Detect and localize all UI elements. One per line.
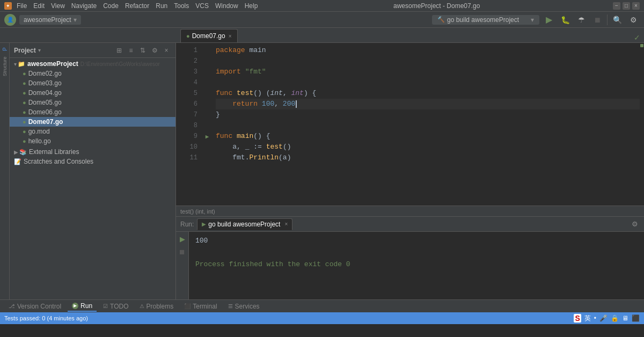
code-line-7: } bbox=[216, 109, 640, 120]
run-config-icon: 🔨 bbox=[437, 16, 445, 23]
run-tab-close-icon[interactable]: × bbox=[284, 221, 288, 227]
terminal-icon: ⬛ bbox=[184, 303, 191, 309]
run-tab-bottom-label: Run bbox=[80, 302, 92, 310]
stop-run-button[interactable]: ⏹ bbox=[178, 247, 187, 257]
terminal-status-icon: ⬛ bbox=[632, 314, 640, 322]
tab-todo[interactable]: ☑ TODO bbox=[99, 302, 133, 311]
tab-close-icon[interactable]: × bbox=[229, 33, 232, 39]
tree-item[interactable]: ● Dome05.go bbox=[10, 98, 175, 107]
rerun-button[interactable]: ▶ bbox=[178, 234, 187, 244]
run-config-selector[interactable]: 🔨 go build awesomeProject ▾ bbox=[432, 15, 539, 25]
ok-indicator bbox=[640, 44, 643, 47]
external-libraries[interactable]: ▶ 📚 External Libraries bbox=[10, 147, 175, 157]
code-line-1: package main bbox=[216, 45, 640, 56]
tree-item-selected[interactable]: ● Dome07.go bbox=[10, 117, 175, 127]
debug-button[interactable]: 🐛 bbox=[559, 13, 572, 26]
scratches-consoles[interactable]: 📝 Scratches and Consoles bbox=[10, 157, 175, 166]
file-label: go.mod bbox=[28, 128, 50, 135]
panel-collapse-all-icon[interactable]: ≡ bbox=[126, 46, 136, 55]
code-line-5: func test() (int, int) { bbox=[216, 88, 640, 99]
menu-edit[interactable]: Edit bbox=[31, 1, 47, 11]
scratch-icon: 📝 bbox=[14, 158, 21, 165]
panel-layout-icon[interactable]: ⊞ bbox=[114, 46, 124, 55]
tab-terminal[interactable]: ⬛ Terminal bbox=[180, 302, 221, 311]
main-toolbar: 👤 awesomeProject ▾ 🔨 go build awesomePro… bbox=[0, 12, 644, 28]
panel-sort-icon[interactable]: ⇅ bbox=[138, 46, 148, 55]
run-settings-icon[interactable]: ⚙ bbox=[630, 219, 640, 229]
status-hint: test() (int, int) bbox=[180, 208, 215, 215]
tree-item[interactable]: ● go.mod bbox=[10, 127, 175, 136]
user-profile[interactable]: 👤 bbox=[4, 14, 16, 26]
monitor-icon: 🖥 bbox=[622, 314, 628, 322]
services-icon: ☰ bbox=[228, 303, 233, 309]
root-arrow-icon: ▾ bbox=[14, 61, 17, 67]
tab-run[interactable]: ▶ Run bbox=[68, 301, 97, 312]
minimize-button[interactable]: − bbox=[613, 2, 620, 10]
code-line-4 bbox=[216, 77, 640, 88]
tab-problems[interactable]: ⚠ Problems bbox=[135, 302, 178, 311]
maximize-button[interactable]: □ bbox=[623, 2, 630, 10]
run-icon: ▶ bbox=[72, 303, 78, 309]
run-button[interactable]: ▶ bbox=[543, 13, 555, 26]
menu-tools[interactable]: Tools bbox=[171, 1, 192, 11]
run-output: 100 Process finished with the exit code … bbox=[189, 232, 644, 299]
tab-label: Dome07.go bbox=[192, 32, 225, 40]
tree-item[interactable]: ● hello.go bbox=[10, 136, 175, 146]
bottom-tabs-bar: ⎇ Version Control ▶ Run ☑ TODO ⚠ Problem… bbox=[0, 299, 644, 312]
panel-dropdown-icon[interactable]: ▾ bbox=[38, 47, 41, 53]
menu-run[interactable]: Run bbox=[153, 1, 170, 11]
menu-file[interactable]: File bbox=[14, 1, 30, 11]
tree-item[interactable]: ● Dome04.go bbox=[10, 88, 175, 98]
menu-code[interactable]: Code bbox=[100, 1, 121, 11]
menu-navigate[interactable]: Navigate bbox=[69, 1, 99, 11]
terminal-label: Terminal bbox=[193, 303, 217, 310]
version-control-label: Version Control bbox=[17, 303, 61, 310]
menu-help[interactable]: Help bbox=[242, 1, 261, 11]
stop-button[interactable]: ⏹ bbox=[591, 13, 604, 26]
run-panel-header: Run: ▶ go build awesomeProject × ⚙ bbox=[176, 217, 644, 232]
project-selector[interactable]: awesomeProject ▾ bbox=[19, 15, 81, 25]
menu-window[interactable]: Window bbox=[213, 1, 241, 11]
run-tab-active[interactable]: ▶ go build awesomeProject × bbox=[197, 218, 292, 230]
todo-label: TODO bbox=[110, 303, 128, 310]
tree-root[interactable]: ▾ 📁 awesomeProject D:\Environment\GoWork… bbox=[10, 59, 175, 69]
code-content[interactable]: package main import "fmt" func test() (i… bbox=[211, 43, 640, 206]
search-button[interactable]: 🔍 bbox=[611, 13, 624, 26]
idea-icon: S bbox=[574, 314, 581, 323]
services-label: Services bbox=[235, 303, 260, 310]
go-icon: ● bbox=[23, 119, 26, 125]
file-label: Dome03.go bbox=[28, 79, 62, 87]
tree-item[interactable]: ● Dome03.go bbox=[10, 78, 175, 88]
right-gutter bbox=[640, 43, 644, 206]
project-view-icon[interactable]: P bbox=[1, 45, 9, 54]
menu-vcs[interactable]: VCS bbox=[193, 1, 211, 11]
root-path: D:\Environment\GoWorks\awesor bbox=[80, 61, 160, 67]
project-name: awesomeProject bbox=[24, 16, 71, 24]
editor-tab-dome07[interactable]: ● Dome07.go × bbox=[180, 29, 238, 42]
run-panel: Run: ▶ go build awesomeProject × ⚙ ▶ ⏹ bbox=[176, 216, 644, 299]
code-editor: 12345 67891011 ▶ package main bbox=[176, 43, 644, 206]
file-label: hello.go bbox=[28, 137, 51, 145]
coverage-button[interactable]: ☂ bbox=[575, 13, 588, 26]
go-icon: ● bbox=[23, 99, 26, 106]
close-button[interactable]: × bbox=[632, 2, 640, 10]
go-icon: ● bbox=[23, 138, 26, 144]
settings-button[interactable]: ⚙ bbox=[627, 13, 640, 26]
problems-icon: ⚠ bbox=[140, 303, 144, 309]
file-label: Dome05.go bbox=[28, 99, 62, 106]
go-icon: ● bbox=[23, 70, 26, 77]
run-arrow-icon[interactable]: ▶ bbox=[203, 131, 211, 142]
tab-services[interactable]: ☰ Services bbox=[224, 302, 264, 311]
tree-item[interactable]: ● Dome02.go bbox=[10, 69, 175, 78]
run-tab-label: go build awesomeProject bbox=[208, 221, 280, 228]
tab-version-control[interactable]: ⎇ Version Control bbox=[4, 302, 65, 311]
structure-icon[interactable]: Structure bbox=[1, 56, 9, 77]
panel-title: Project bbox=[14, 47, 36, 54]
menu-refactor[interactable]: Refactor bbox=[122, 1, 152, 11]
dropdown-arrow-icon: ▾ bbox=[74, 16, 77, 24]
panel-close-icon[interactable]: × bbox=[162, 46, 171, 55]
tree-item[interactable]: ● Dome06.go bbox=[10, 107, 175, 117]
menu-view[interactable]: View bbox=[48, 1, 68, 11]
scratches-label: Scratches and Consoles bbox=[24, 158, 93, 165]
panel-settings-icon[interactable]: ⚙ bbox=[150, 46, 159, 55]
